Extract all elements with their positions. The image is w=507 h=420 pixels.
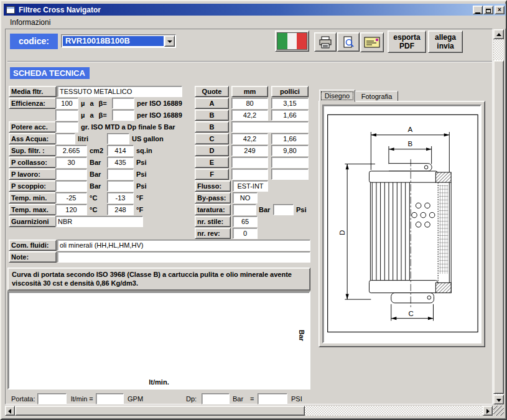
label-guarnizioni: Guarnizioni [9, 216, 57, 227]
label-taratura: taratura: [195, 204, 231, 215]
field-dp-bar[interactable] [202, 393, 230, 404]
field-efficienza-micron-1[interactable]: 100 [55, 98, 78, 109]
field-temp-min-c[interactable]: -25 [55, 192, 87, 203]
field-dp-psi[interactable] [258, 393, 287, 404]
horizontal-scrollbar[interactable] [5, 406, 493, 416]
app-icon[interactable] [6, 6, 15, 14]
unit-us-gallon: US gallon [132, 133, 164, 144]
field-potere-acc[interactable] [55, 121, 78, 133]
field-note[interactable] [57, 251, 310, 263]
unit-temp-max-c: °C [90, 204, 97, 215]
quote-b2-wide[interactable] [231, 121, 309, 133]
field-p-lavoro-bar[interactable] [55, 169, 87, 180]
portata-eq1: lt/min = [71, 393, 93, 404]
field-media-fltr[interactable]: TESSUTO METALLICO [57, 86, 182, 97]
field-efficienza-beta-1[interactable] [112, 98, 134, 109]
export-pdf-button[interactable]: esporta PDF [388, 30, 426, 53]
field-taratura-psi[interactable] [273, 204, 294, 215]
label-p-lavoro: P lavoro: [9, 169, 57, 180]
quote-d-mm[interactable]: 249 [231, 145, 268, 156]
quote-b-mm[interactable]: 42,2 [231, 110, 268, 121]
label-nr-stile: nr. stile: [195, 216, 231, 227]
attach-send-button[interactable]: allega invia [428, 30, 463, 53]
arrow-up-icon [496, 33, 501, 36]
quote-a-mm[interactable]: 80 [231, 98, 268, 109]
quote-f-pollici[interactable] [271, 169, 309, 180]
field-sup-filtr-sqin[interactable]: 414 [107, 145, 134, 156]
scroll-up-button[interactable] [493, 29, 504, 39]
codice-combobox[interactable]: RVR10018B100B [61, 34, 176, 48]
chart-header: Curva di portata secondo ISO 3968 (Class… [7, 268, 310, 291]
unit-temp-min-f: °F [136, 192, 143, 203]
language-flag-button[interactable] [275, 30, 309, 52]
field-temp-min-f[interactable]: -13 [107, 192, 134, 203]
field-ass-acqua-gallon[interactable] [107, 133, 129, 144]
quote-f-mm[interactable] [231, 169, 268, 180]
quote-e-pollici[interactable] [271, 157, 309, 168]
quote-c-mm[interactable]: 42,2 [231, 133, 268, 144]
close-button[interactable]: × [495, 6, 505, 14]
tab-fotografia[interactable]: Fotografia [355, 91, 398, 101]
italian-flag-icon [277, 32, 307, 50]
arrow-right-icon [486, 409, 490, 414]
print-preview-button[interactable] [337, 32, 360, 52]
field-efficienza-micron-2[interactable] [55, 110, 78, 121]
codice-label: codice: [10, 34, 58, 49]
unit-gpm: GPM [128, 393, 143, 404]
dim-d-label: D [338, 230, 346, 235]
unit-p-collasso-psi: Psi [136, 157, 147, 168]
field-p-collasso-psi[interactable]: 435 [107, 157, 134, 168]
export-pdf-label-2: PDF [399, 42, 414, 50]
vertical-scroll-thumb[interactable] [493, 60, 504, 394]
menu-bar [4, 16, 506, 29]
horizontal-scroll-thumb[interactable] [15, 406, 305, 416]
filter-technical-drawing: A B C D [323, 106, 479, 341]
label-flusso: Flusso: [195, 180, 231, 192]
menu-informazioni[interactable]: Informazioni [7, 17, 53, 28]
attach-send-label-2: invia [437, 42, 454, 50]
field-p-collasso-bar[interactable]: 30 [55, 157, 87, 168]
field-bypass[interactable]: NO [233, 192, 258, 203]
field-efficienza-beta-2[interactable] [112, 110, 134, 121]
scroll-left-button[interactable] [5, 406, 15, 416]
combo-dropdown-button[interactable] [164, 35, 175, 47]
field-sup-filtr-cm2[interactable]: 2.665 [55, 145, 87, 156]
quote-a-pollici[interactable]: 3,15 [271, 98, 309, 109]
tab-disegno[interactable]: Disegno [319, 90, 355, 102]
scroll-down-button[interactable] [493, 394, 504, 404]
field-portata-gpm[interactable] [96, 393, 124, 404]
vertical-scrollbar[interactable] [493, 29, 504, 405]
minimize-button[interactable] [473, 6, 483, 14]
field-nr-stile[interactable]: 65 [233, 216, 258, 227]
field-flusso[interactable]: EST-INT [233, 180, 268, 192]
field-guarnizioni[interactable]: NBR [55, 216, 143, 227]
maximize-button[interactable] [483, 6, 493, 14]
dp-eq: = [250, 393, 254, 404]
email-button[interactable] [360, 32, 384, 52]
portata-label: Portata: [11, 393, 35, 404]
field-com-fluidi[interactable]: oli minerali (HH,HL,HM,HV) [57, 240, 310, 251]
print-button[interactable] [314, 32, 337, 52]
quote-c-pollici[interactable]: 1,66 [271, 133, 309, 144]
quote-e-mm[interactable] [231, 157, 268, 168]
resize-grip[interactable] [493, 406, 504, 416]
quote-row-b2-label: B [195, 121, 229, 133]
quote-b-pollici[interactable]: 1,66 [271, 110, 309, 121]
chart-header-line2: viscosità 30 cst e densità 0,86 Kg/dm3. [12, 279, 306, 287]
field-portata-ltmin[interactable] [37, 393, 67, 404]
field-ass-acqua-litri[interactable] [55, 133, 75, 144]
field-nr-rev[interactable]: 0 [233, 228, 258, 239]
field-temp-max-c[interactable]: 120 [55, 204, 87, 215]
quote-header: Quote [195, 86, 229, 97]
quote-d-pollici[interactable]: 9,80 [271, 145, 309, 156]
scroll-right-button[interactable] [483, 406, 493, 416]
field-p-scoppio-psi[interactable] [107, 180, 134, 192]
field-p-scoppio-bar[interactable] [55, 180, 87, 192]
maximize-icon [486, 9, 491, 13]
quote-row-f-label: F [195, 169, 229, 180]
field-p-lavoro-psi[interactable] [107, 169, 134, 180]
field-taratura-bar[interactable] [233, 204, 256, 215]
unit-temp-min-c: °C [90, 192, 97, 203]
unit-dp-psi: PSI [291, 393, 302, 404]
field-temp-max-f[interactable]: 248 [107, 204, 134, 215]
